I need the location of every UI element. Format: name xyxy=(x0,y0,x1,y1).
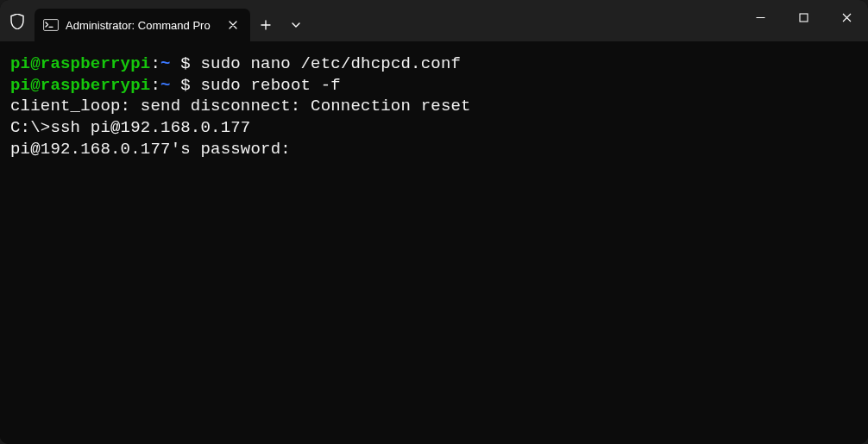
terminal-line: client_loop: send disconnect: Connection… xyxy=(10,96,858,117)
terminal-line: pi@raspberrypi:~ $ sudo reboot -f xyxy=(10,75,858,97)
terminal-line: pi@raspberrypi:~ $ sudo nano /etc/dhcpcd… xyxy=(10,53,858,75)
minimize-button[interactable] xyxy=(739,0,782,34)
window-close-button[interactable] xyxy=(825,0,868,34)
prompt-dollar: $ xyxy=(171,76,201,95)
svg-rect-3 xyxy=(800,14,808,22)
new-tab-button[interactable] xyxy=(255,14,277,36)
minimize-icon xyxy=(756,13,765,22)
plus-icon xyxy=(261,20,271,30)
prompt-sep: : xyxy=(150,54,160,73)
titlebar-left: Administrator: Command Pro xyxy=(0,0,311,41)
terminal-line: pi@192.168.0.177's password: xyxy=(10,139,858,160)
prompt-dollar: $ xyxy=(171,54,201,73)
window-controls xyxy=(739,0,868,41)
svg-rect-0 xyxy=(44,20,59,31)
prompt-sep: : xyxy=(150,76,160,95)
terminal-window: Administrator: Command Pro xyxy=(0,0,868,444)
titlebar: Administrator: Command Pro xyxy=(0,0,868,41)
close-icon xyxy=(842,13,852,22)
terminal-line: C:\>ssh pi@192.168.0.177 xyxy=(10,117,858,139)
close-icon xyxy=(229,21,237,29)
command-prompt-icon xyxy=(43,19,59,31)
tab-dropdown-button[interactable] xyxy=(285,14,307,36)
tab-dropdown-area xyxy=(281,9,311,41)
maximize-button[interactable] xyxy=(782,0,825,34)
tab-title: Administrator: Command Pro xyxy=(66,19,217,32)
prompt-user: pi@raspberrypi xyxy=(10,76,150,95)
titlebar-drag-region[interactable] xyxy=(311,0,739,41)
maximize-icon xyxy=(799,13,808,22)
prompt-path: ~ xyxy=(160,76,171,95)
command-text: sudo nano /etc/dhcpcd.conf xyxy=(200,54,461,73)
chevron-down-icon xyxy=(291,20,301,30)
new-tab-area xyxy=(250,9,281,41)
tab-close-button[interactable] xyxy=(224,16,242,34)
terminal-body[interactable]: pi@raspberrypi:~ $ sudo nano /etc/dhcpcd… xyxy=(0,41,868,444)
tab-active[interactable]: Administrator: Command Pro xyxy=(35,9,250,41)
command-text: sudo reboot -f xyxy=(200,76,340,95)
prompt-user: pi@raspberrypi xyxy=(10,54,150,73)
prompt-path: ~ xyxy=(160,54,171,73)
admin-shield-icon xyxy=(0,12,35,29)
